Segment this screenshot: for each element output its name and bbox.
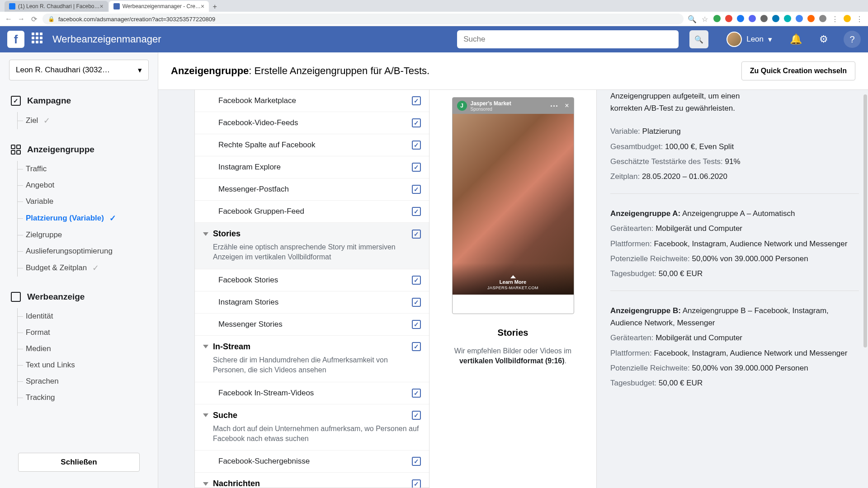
close-button[interactable]: Schließen (18, 453, 140, 472)
fb-logo-icon[interactable]: f (7, 31, 24, 48)
account-selector[interactable]: Leon R. Chaudhari (3032… ▾ (9, 60, 149, 80)
apps-grid-icon[interactable] (32, 33, 45, 46)
checkbox-icon[interactable]: ✓ (412, 342, 421, 351)
settings-icon[interactable]: ⚙ (816, 31, 832, 47)
group-header[interactable]: Nachrichten✓ (203, 479, 421, 488)
tree-item[interactable]: Sprachen (18, 373, 147, 389)
new-tab-button[interactable]: + (210, 2, 220, 12)
placement-item[interactable]: Rechte Spalte auf Facebook✓ (195, 134, 429, 156)
help-icon[interactable]: ? (844, 31, 861, 48)
group-header[interactable]: Stories✓ (203, 229, 421, 239)
ext-icon[interactable] (737, 15, 744, 22)
tree-item-ziel[interactable]: Ziel ✓ (18, 112, 147, 129)
browser-tab-0[interactable]: (1) Leon R. Chaudhari | Facebo… × (5, 1, 108, 12)
placement-item[interactable]: Messenger Stories✓ (195, 314, 429, 336)
group-header[interactable]: Suche✓ (203, 411, 421, 420)
brand-name: Jasper's Market (471, 100, 511, 107)
checkbox-icon[interactable]: ✓ (412, 276, 421, 285)
tree-item[interactable]: Tracking (18, 389, 147, 406)
ext-icon[interactable] (713, 15, 721, 22)
avatar (726, 32, 742, 47)
tree-item[interactable]: Angebot (18, 177, 147, 193)
search-box[interactable] (457, 30, 679, 48)
placement-label: Rechte Spalte auf Facebook (218, 141, 316, 150)
tree-item[interactable]: Medien (18, 341, 147, 357)
close-icon[interactable]: × (100, 3, 104, 10)
forward-icon[interactable]: → (17, 15, 25, 23)
tree-item[interactable]: Auslieferungsoptimierung (18, 243, 147, 259)
placement-label: Messenger-Postfach (218, 185, 289, 194)
ext-icon[interactable] (796, 15, 803, 22)
account-name: Leon R. Chaudhari (3032… (16, 66, 110, 75)
placement-item[interactable]: Facebook-Suchergebnisse✓ (195, 450, 429, 473)
ext-icon[interactable] (725, 15, 732, 22)
scrollbar[interactable] (863, 94, 867, 347)
tree-item[interactable]: Zielgruppe (18, 227, 147, 243)
checkbox-icon[interactable]: ✓ (412, 298, 421, 307)
tree-item[interactable]: Identität (18, 308, 147, 324)
placement-item[interactable]: Facebook In-Stream-Videos✓ (195, 382, 429, 404)
checkbox-icon[interactable]: ✓ (412, 411, 421, 420)
tree-item[interactable]: Text und Links (18, 357, 147, 373)
close-icon[interactable]: × (201, 3, 204, 10)
checkbox-icon[interactable]: ✓ (412, 141, 421, 150)
ext-icon[interactable] (807, 15, 815, 22)
section-anzeigengruppe: Anzeigengruppe Traffic Angebot Variable … (0, 138, 158, 277)
menu-icon[interactable]: ⋮ (831, 15, 839, 23)
profile-icon[interactable] (844, 15, 851, 22)
tree-item[interactable]: Variable (18, 193, 147, 210)
checkbox-icon[interactable]: ✓ (412, 320, 421, 329)
user-name: Leon (746, 35, 764, 44)
placement-item[interactable]: Facebook Stories✓ (195, 269, 429, 291)
search-button[interactable]: 🔍 (689, 30, 708, 48)
tree-label: Budget & Zeitplan (26, 263, 87, 272)
devices-label: Gerätearten: (610, 333, 653, 342)
back-icon[interactable]: ← (5, 15, 13, 23)
notifications-icon[interactable]: 🔔 (788, 31, 804, 47)
checkbox-icon[interactable]: ✓ (412, 185, 421, 194)
tree-item[interactable]: Traffic (18, 161, 147, 177)
ext-icon[interactable] (749, 15, 756, 22)
ext-icon[interactable] (784, 15, 791, 22)
checkbox-icon[interactable]: ✓ (412, 163, 421, 172)
section-header[interactable]: Werbeanzeige (11, 286, 147, 308)
sidebar: Leon R. Chaudhari (3032… ▾ Kampagne Ziel… (0, 52, 158, 488)
group-header[interactable]: In-Stream✓ (203, 342, 421, 352)
ext-icon[interactable] (772, 15, 779, 22)
checkbox-icon[interactable]: ✓ (412, 207, 421, 216)
section-header[interactable]: Kampagne (11, 89, 147, 112)
ext-icon[interactable] (819, 15, 826, 22)
ad-icon (11, 292, 21, 302)
placements-list[interactable]: Facebook Marketplace✓Facebook-Video-Feed… (194, 90, 429, 488)
user-menu[interactable]: Leon ▾ (723, 30, 776, 48)
reload-icon[interactable]: ⟳ (30, 15, 38, 23)
search-input[interactable] (463, 35, 672, 44)
summary-panel[interactable]: Anzeigengruppen aufgeteilt, um einen kor… (597, 90, 868, 488)
tree-item[interactable]: Budget & Zeitplan✓ (18, 259, 147, 277)
star-icon[interactable]: ☆ (701, 15, 709, 23)
url-bar: ← → ⟳ 🔒 facebook.com/adsmanager/creation… (0, 12, 868, 26)
more-icon[interactable]: ⋮ (855, 15, 863, 23)
placement-item[interactable]: Instagram Explore✓ (195, 156, 429, 178)
checkbox-icon[interactable]: ✓ (412, 389, 421, 398)
checkbox-icon[interactable]: ✓ (412, 479, 421, 488)
daily-value: 50,00 € EUR (656, 379, 703, 387)
placement-item[interactable]: Facebook Gruppen-Feed✓ (195, 201, 429, 223)
checkbox-icon[interactable]: ✓ (412, 118, 421, 127)
tree-item[interactable]: Format (18, 324, 147, 341)
browser-tab-1[interactable]: Werbeanzeigenmanager - Cre… × (109, 1, 209, 12)
tree-item-platzierung[interactable]: Platzierung (Variable)✓ (18, 210, 147, 227)
placement-item[interactable]: Instagram Stories✓ (195, 291, 429, 314)
url-field[interactable]: 🔒 facebook.com/adsmanager/creation?act=3… (42, 14, 684, 24)
quick-creation-button[interactable]: Zu Quick Creation wechseln (741, 61, 855, 80)
content: Anzeigengruppe: Erstelle Anzeigengruppen… (158, 52, 868, 488)
ext-icon[interactable] (760, 15, 768, 22)
checkbox-icon[interactable]: ✓ (412, 457, 421, 466)
zoom-icon[interactable]: 🔍 (688, 15, 696, 23)
placement-item[interactable]: Facebook Marketplace✓ (195, 90, 429, 112)
checkbox-icon[interactable]: ✓ (412, 230, 421, 239)
placement-item[interactable]: Messenger-Postfach✓ (195, 178, 429, 201)
checkbox-icon[interactable]: ✓ (412, 96, 421, 105)
section-header[interactable]: Anzeigengruppe (11, 138, 147, 161)
placement-item[interactable]: Facebook-Video-Feeds✓ (195, 112, 429, 134)
